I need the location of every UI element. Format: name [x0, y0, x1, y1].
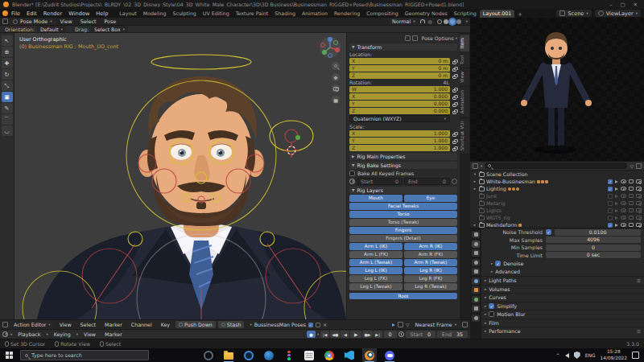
viewport-disable-icon[interactable] — [629, 208, 634, 212]
dopesheet-menu-select[interactable]: Select — [77, 322, 99, 327]
measure-tool[interactable]: ⌒ — [2, 114, 13, 125]
dopesheet-menu-view[interactable]: View — [56, 322, 75, 327]
rig-layer-arm-l-tweak[interactable]: Arm L (Tweak) — [349, 259, 402, 266]
use-preview-range-icon[interactable] — [398, 331, 404, 337]
view-axis-gizmo[interactable] — [319, 36, 341, 59]
cursor-tool[interactable]: ⊕ — [2, 47, 13, 57]
tab-animation[interactable]: Animation — [299, 10, 331, 18]
scale-tool[interactable]: ⤡ — [2, 80, 13, 91]
current-frame-field[interactable]: 0 — [384, 331, 397, 338]
dopesheet-menu-marker[interactable]: Marker — [101, 322, 126, 327]
simplify-checkbox[interactable]: ✓ — [489, 303, 494, 309]
timeline-menu-marker[interactable]: Marker — [101, 331, 126, 337]
push-down-button[interactable]: Push Down — [175, 321, 216, 328]
toggle-ortho-icon[interactable]: ▦ — [332, 96, 340, 104]
rotation-x-field[interactable]: X0.000 — [349, 93, 450, 100]
exclude-checkbox[interactable] — [608, 194, 613, 199]
min-samples-value[interactable]: 0 — [546, 245, 641, 251]
time-limit-value[interactable]: 0 sec — [546, 252, 641, 258]
tab-sculpting[interactable]: Sculpting — [169, 10, 199, 18]
tab-scripting[interactable]: Scripting — [451, 10, 480, 18]
noise-threshold-checkbox[interactable]: ✓ — [546, 229, 551, 235]
exclude-checkbox[interactable] — [608, 208, 613, 213]
tab-tool[interactable]: Tool — [460, 52, 469, 68]
rotate-tool[interactable]: ↻ — [2, 69, 13, 80]
only-selected-icon[interactable] — [392, 323, 395, 327]
lock-icon[interactable] — [452, 97, 456, 100]
tab-geometry-nodes[interactable]: Geometry Nodes — [402, 10, 451, 18]
tab-uv-editing[interactable]: UV Editing — [200, 10, 233, 18]
rig-layer-torso[interactable]: Torso — [349, 211, 457, 218]
rig-layer-fingers[interactable]: Fingers — [349, 227, 457, 234]
rotation-mode-dropdown[interactable]: Quaternion (WXYZ) ▾ — [349, 115, 450, 122]
hide-eye-icon[interactable] — [621, 194, 626, 198]
data-properties-tab[interactable] — [472, 315, 480, 322]
start-button[interactable] — [2, 348, 16, 362]
outliner-row-lights[interactable]: Lights — [470, 207, 644, 214]
rig-layer-root[interactable]: Root — [349, 293, 457, 300]
hide-eye-icon[interactable] — [621, 179, 626, 183]
figma-icon[interactable] — [282, 348, 296, 362]
rig-layer-leg-l-ik[interactable]: Leg L (IK) — [349, 267, 402, 274]
selectable-icon[interactable] — [615, 202, 618, 205]
simplify-section[interactable]: ▸✓ Simplify — [481, 302, 644, 311]
exclude-checkbox[interactable] — [608, 216, 613, 220]
lock-icon[interactable] — [452, 111, 456, 114]
auto-keying-toggle[interactable]: ● — [307, 331, 316, 338]
rotation-w-field[interactable]: W1.000 — [349, 86, 450, 93]
filter-options-icon[interactable] — [636, 163, 642, 169]
drag-dropdown[interactable]: Select Box ▾ — [91, 26, 128, 32]
rig-layer-mouth[interactable]: Mouth — [349, 195, 402, 202]
rotation-z-field[interactable]: Z0.000 — [349, 108, 450, 114]
move-tool[interactable]: ✚ — [2, 58, 13, 68]
bake-checkbox[interactable] — [349, 171, 355, 176]
hide-eye-icon[interactable] — [621, 187, 626, 191]
outliner-row-scene-collection[interactable]: ▾ Scene Collection — [470, 171, 644, 178]
snap-magnet-icon[interactable] — [420, 19, 425, 23]
hide-eye-icon[interactable] — [621, 216, 626, 220]
rig-layer-arm-r-tweak[interactable]: Arm R (Tweak) — [404, 259, 457, 266]
rig-main-properties-header[interactable]: ▶ Rig Main Properties — [349, 153, 457, 160]
annotate-tool[interactable]: ✎ — [2, 103, 13, 113]
3d-viewport[interactable]: User Orthographic (0) Businessman RIG : … — [0, 33, 470, 319]
location-z-field[interactable]: Z0 m — [349, 72, 450, 79]
motion-blur-section[interactable]: ▸ Motion Blur — [481, 310, 644, 319]
pose-breakdowner-tool[interactable]: ◡ — [2, 125, 13, 136]
rig-layer-arm-l-fk[interactable]: Arm L (FK) — [349, 251, 402, 258]
menu-file[interactable]: File — [8, 10, 23, 17]
duplicate-action-icon[interactable] — [316, 323, 320, 327]
language-indicator[interactable]: ENG — [585, 352, 596, 358]
exclude-checkbox[interactable] — [608, 201, 613, 206]
viewport-disable-icon[interactable] — [629, 187, 634, 191]
show-hidden-icon[interactable] — [398, 322, 403, 327]
exclude-checkbox[interactable]: ✓ — [608, 179, 613, 184]
render-disable-icon[interactable] — [636, 201, 642, 205]
performance-section[interactable]: ▸Performance ☰ — [481, 327, 644, 335]
transform-tool[interactable]: ▣ — [2, 92, 13, 102]
rig-bake-settings-header[interactable]: ▼ Rig Bake Settings — [349, 162, 457, 169]
rendered-shading-icon[interactable] — [456, 19, 461, 24]
lock-icon[interactable] — [452, 89, 456, 93]
solid-shading-icon[interactable] — [444, 19, 448, 24]
discord-icon[interactable] — [382, 348, 397, 362]
selectable-icon[interactable] — [615, 216, 618, 220]
prev-keyframe-button[interactable]: ◀● — [330, 331, 340, 338]
selectable-icon[interactable] — [615, 224, 618, 227]
next-keyframe-button[interactable]: ●▶ — [362, 331, 372, 338]
tab-animation[interactable]: Animation — [460, 87, 469, 117]
clock-widget[interactable]: 15:28 14/09/2022 — [601, 349, 627, 361]
action-name-field[interactable]: ▾ BussinessMan Poses ✓ × — [246, 321, 330, 328]
tab-layout-001[interactable]: Layout.001 — [480, 10, 514, 18]
menu-help[interactable]: Help — [93, 10, 111, 17]
security-shield-icon[interactable] — [574, 352, 580, 359]
select-box-tool[interactable]: ↖ — [2, 35, 13, 46]
bake-refresh-icon[interactable] — [452, 179, 457, 184]
render-disable-icon[interactable] — [636, 216, 642, 220]
scale-z-field[interactable]: Z1.000 — [349, 145, 450, 151]
advanced-section[interactable]: ▸Advanced — [481, 268, 644, 277]
editor-type-icon[interactable] — [2, 322, 8, 327]
blender-taskbar-icon[interactable] — [362, 348, 377, 362]
vscode-icon[interactable] — [342, 348, 357, 362]
selectable-icon[interactable] — [615, 187, 618, 191]
rig-layer-facial-tweaks[interactable]: Facial Tweaks — [349, 203, 457, 210]
